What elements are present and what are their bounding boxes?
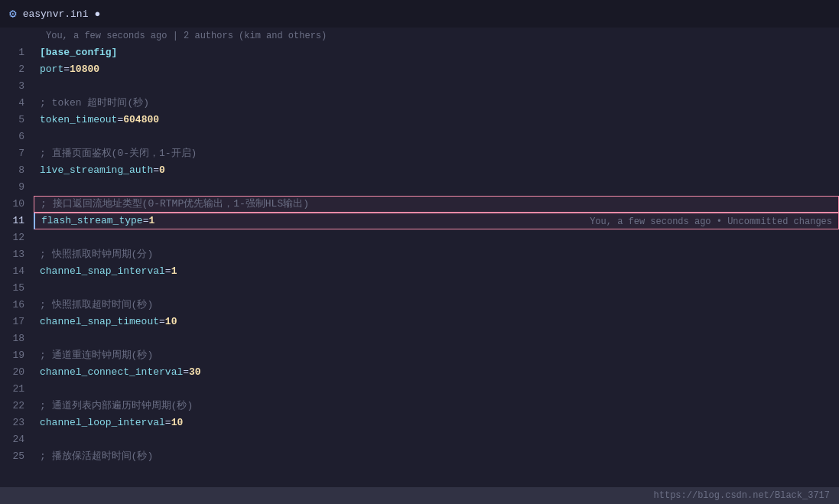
line-number: 11 — [9, 213, 24, 229]
tab-filename: easynvr.ini — [23, 8, 89, 20]
line-number: 24 — [9, 431, 24, 448]
line-number: 5 — [9, 112, 24, 128]
code-line: channel_snap_interval=1 — [34, 263, 839, 280]
code-line: channel_connect_interval=30 — [34, 364, 839, 381]
code-line — [34, 179, 839, 196]
git-annotation: You, a few seconds ago • Uncommitted cha… — [590, 213, 838, 230]
code-line — [34, 381, 839, 398]
line-number: 3 — [9, 78, 24, 95]
line-number: 17 — [9, 314, 24, 330]
code-line: channel_snap_timeout=10 — [34, 314, 839, 330]
status-url: https://blog.csdn.net/Black_3717 — [654, 490, 830, 501]
line-number: 6 — [9, 128, 24, 145]
gear-icon: ⚙ — [9, 6, 17, 21]
line-number: 2 — [9, 61, 24, 78]
code-line: channel_loop_interval=10 — [34, 415, 839, 431]
code-line: ; 通道列表内部遍历时钟周期(秒) — [34, 398, 839, 415]
line-number: 9 — [9, 179, 24, 196]
code-line: ; 快照抓取时钟周期(分) — [34, 246, 839, 263]
code-lines[interactable]: [base_config]port=10800; token 超时时间(秒)to… — [34, 44, 839, 487]
title-bar: ⚙ easynvr.ini ● — [0, 0, 839, 28]
line-number: 18 — [9, 330, 24, 347]
git-info-bar: You, a few seconds ago | 2 authors (kim … — [0, 28, 839, 44]
code-line — [34, 280, 839, 297]
line-number: 12 — [9, 229, 24, 246]
line-numbers: 1234567891011121314151617181920212223242… — [0, 44, 34, 487]
line-number: 16 — [9, 297, 24, 314]
code-line — [34, 78, 839, 95]
code-line: ; 通道重连时钟周期(秒) — [34, 347, 839, 364]
editor-area: 1234567891011121314151617181920212223242… — [0, 44, 839, 487]
code-line: ; 播放保活超时时间(秒) — [34, 448, 839, 465]
code-line — [34, 128, 839, 145]
code-line — [34, 431, 839, 448]
line-number: 25 — [9, 448, 24, 465]
code-line — [34, 229, 839, 246]
code-line: live_streaming_auth=0 — [34, 162, 839, 179]
code-line: ; 直播页面鉴权(0-关闭，1-开启) — [34, 145, 839, 162]
line-number: 21 — [9, 381, 24, 398]
status-bar: https://blog.csdn.net/Black_3717 — [0, 487, 839, 504]
code-line: ; token 超时时间(秒) — [34, 95, 839, 112]
modified-dot: ● — [94, 8, 100, 20]
line-number: 13 — [9, 246, 24, 263]
line-number: 23 — [9, 415, 24, 431]
line-number: 7 — [9, 145, 24, 162]
code-line: token_timeout=604800 — [34, 112, 839, 128]
code-container: 1234567891011121314151617181920212223242… — [0, 44, 839, 487]
line-number: 19 — [9, 347, 24, 364]
code-line: [base_config] — [34, 44, 839, 61]
code-line: ; 接口返回流地址类型(0-RTMP优先输出，1-强制HLS输出) — [34, 196, 839, 213]
line-number: 14 — [9, 263, 24, 280]
line-number: 10 — [9, 196, 24, 213]
code-line: ; 快照抓取超时时间(秒) — [34, 297, 839, 314]
line-number: 4 — [9, 95, 24, 112]
line-number: 22 — [9, 398, 24, 415]
code-line: flash_stream_type=1You, a few seconds ag… — [34, 213, 839, 229]
code-line — [34, 330, 839, 347]
line-number: 20 — [9, 364, 24, 381]
line-number: 15 — [9, 280, 24, 297]
line-number: 1 — [9, 44, 24, 61]
line-number: 8 — [9, 162, 24, 179]
code-line: port=10800 — [34, 61, 839, 78]
